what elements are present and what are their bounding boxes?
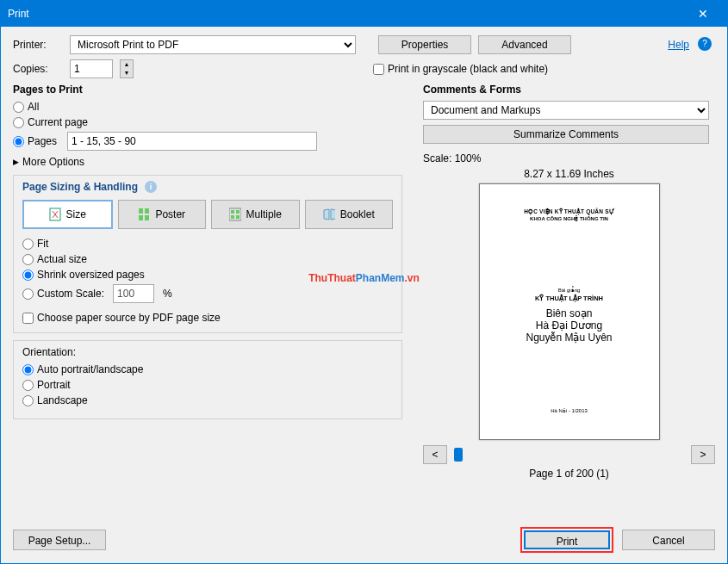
svg-rect-3 [139,215,143,220]
page-slider[interactable] [452,448,686,462]
help-link[interactable]: Help [668,39,689,51]
print-button[interactable]: Print [524,530,610,549]
radio-fit[interactable]: Fit [22,238,393,250]
tab-poster[interactable]: Poster [118,200,207,229]
custom-scale-input [113,284,154,303]
tab-size[interactable]: Size [22,200,113,229]
percent-label: % [163,288,172,300]
svg-rect-6 [231,210,234,214]
dimensions-label: 8.27 x 11.69 Inches [423,168,715,180]
chevron-right-icon: ▶ [13,158,19,166]
page-counter: Page 1 of 200 (1) [423,468,715,480]
booklet-icon [323,208,335,221]
close-icon[interactable]: ✕ [686,7,720,21]
comments-select[interactable]: Document and Markups [423,101,709,120]
copies-input[interactable] [70,59,113,78]
info-icon[interactable]: i [145,181,157,193]
titlebar: Print ✕ [1,1,727,27]
pages-input[interactable] [67,132,317,151]
radio-shrink[interactable]: Shrink oversized pages [22,269,393,281]
orientation-title: Orientation: [22,346,393,358]
radio-current[interactable]: Current page [13,116,402,128]
poster-icon [138,208,150,221]
printer-select[interactable]: Microsoft Print to PDF [70,35,356,54]
svg-rect-4 [145,215,149,220]
copies-spinner[interactable]: ▲▼ [120,59,134,78]
radio-pages[interactable]: Pages [13,135,57,147]
prev-page-button[interactable]: < [423,445,447,464]
tab-multiple[interactable]: Multiple [211,200,300,229]
properties-button[interactable]: Properties [378,35,471,54]
scale-label: Scale: 100% [423,152,715,164]
advanced-button[interactable]: Advanced [478,35,571,54]
help-icon[interactable]: ? [698,37,712,51]
svg-rect-8 [231,215,234,219]
cancel-button[interactable]: Cancel [622,530,715,550]
multiple-icon [229,208,241,221]
radio-portrait[interactable]: Portrait [22,379,393,391]
size-icon [49,208,61,221]
print-dialog: Print ✕ Help ? Printer: Microsoft Print … [0,0,728,564]
page-setup-button[interactable]: Page Setup... [13,530,106,550]
svg-rect-7 [236,210,240,214]
more-options-toggle[interactable]: ▶ More Options [13,156,402,168]
choose-paper-checkbox[interactable]: Choose paper source by PDF page size [22,312,393,324]
comments-title: Comments & Forms [423,84,715,96]
pages-to-print-title: Pages to Print [13,84,402,96]
copies-label: Copies: [13,63,63,75]
summarize-comments-button[interactable]: Summarize Comments [423,125,709,144]
svg-rect-2 [145,208,149,214]
grayscale-checkbox[interactable]: Print in grayscale (black and white) [373,63,548,75]
radio-all[interactable]: All [13,101,402,113]
radio-auto-orient[interactable]: Auto portrait/landscape [22,363,393,375]
svg-rect-9 [236,215,240,219]
svg-rect-1 [139,208,143,214]
sizing-title: Page Sizing & Handling [22,181,138,193]
radio-landscape[interactable]: Landscape [22,394,393,406]
page-preview: HỌC VIỆN KỸ THUẬT QUÂN SỰ KHOA CÔNG NGHỆ… [479,183,660,440]
next-page-button[interactable]: > [691,445,715,464]
radio-custom-scale[interactable]: Custom Scale: [22,288,104,300]
printer-label: Printer: [13,39,63,51]
window-title: Print [8,8,686,20]
tab-booklet[interactable]: Booklet [305,200,394,229]
radio-actual[interactable]: Actual size [22,253,393,265]
